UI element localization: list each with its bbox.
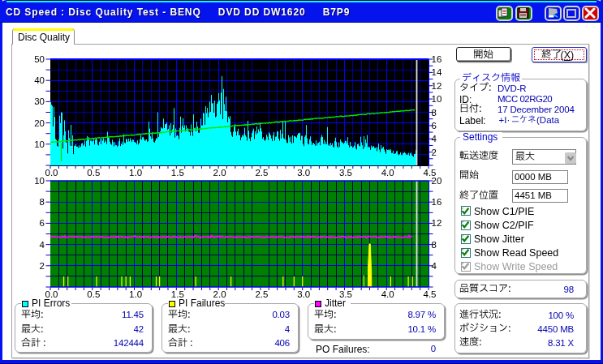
svg-text:2.5: 2.5 (255, 289, 268, 299)
svg-text:2: 2 (432, 148, 437, 157)
svg-text:2: 2 (40, 261, 45, 271)
svg-text:14: 14 (432, 67, 442, 77)
svg-text:8: 8 (40, 197, 45, 207)
svg-text:12: 12 (432, 218, 442, 228)
svg-text:2.5: 2.5 (255, 168, 268, 178)
svg-text:6: 6 (40, 218, 45, 228)
svg-text:3.0: 3.0 (297, 289, 310, 299)
svg-text:2.0: 2.0 (213, 168, 226, 178)
svg-text:4.0: 4.0 (381, 168, 394, 178)
svg-text:10: 10 (432, 94, 442, 104)
svg-text:20: 20 (34, 118, 45, 128)
svg-text:10: 10 (34, 176, 45, 186)
svg-text:16: 16 (432, 197, 442, 207)
svg-text:0.0: 0.0 (45, 168, 58, 178)
svg-text:4.0: 4.0 (381, 289, 394, 299)
svg-text:4: 4 (432, 261, 437, 271)
svg-text:10: 10 (34, 139, 45, 149)
svg-text:30: 30 (34, 96, 45, 106)
svg-text:4: 4 (432, 134, 437, 143)
svg-text:4.5: 4.5 (424, 168, 437, 178)
svg-text:0.5: 0.5 (87, 289, 100, 299)
svg-text:50: 50 (34, 54, 45, 64)
svg-text:1.5: 1.5 (171, 168, 184, 178)
svg-text:3.5: 3.5 (339, 168, 352, 178)
svg-text:40: 40 (34, 75, 45, 85)
svg-text:8: 8 (432, 240, 437, 250)
svg-text:1.0: 1.0 (129, 168, 142, 178)
svg-text:12: 12 (432, 81, 442, 91)
svg-text:16: 16 (432, 54, 442, 64)
svg-text:8: 8 (432, 108, 437, 118)
svg-text:4: 4 (40, 240, 45, 250)
svg-text:0.5: 0.5 (87, 168, 100, 178)
svg-text:4.5: 4.5 (424, 289, 437, 299)
svg-text:6: 6 (432, 121, 437, 131)
svg-text:1.0: 1.0 (129, 289, 142, 299)
svg-text:3.0: 3.0 (297, 168, 310, 178)
